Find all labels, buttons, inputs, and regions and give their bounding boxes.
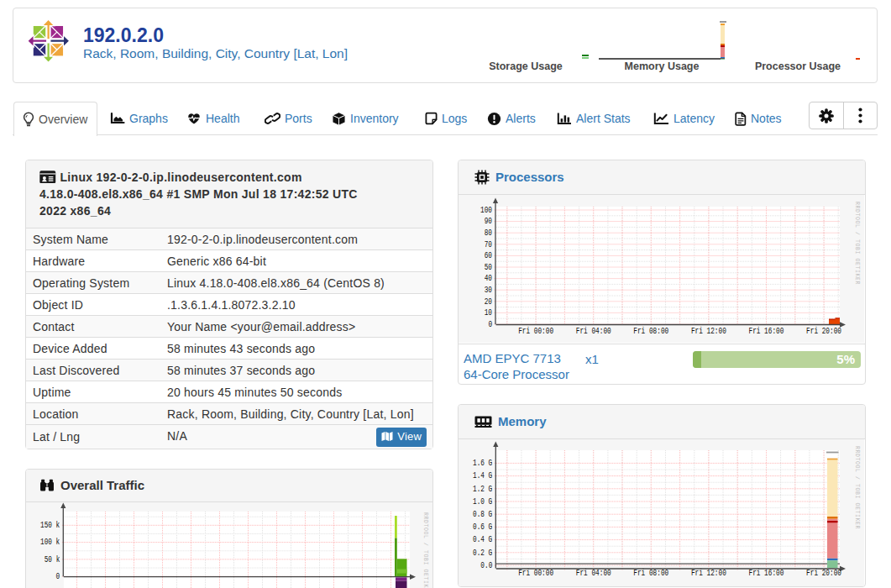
svg-text:RRDTOOL / TOBI OETIKER: RRDTOOL / TOBI OETIKER: [854, 446, 860, 529]
svg-text:Fri 16:00: Fri 16:00: [749, 568, 784, 578]
svg-text:100: 100: [480, 204, 492, 214]
svg-text:60: 60: [485, 250, 492, 260]
svg-text:Fri 20:00: Fri 20:00: [806, 568, 841, 578]
svg-text:Fri 12:00: Fri 12:00: [691, 325, 726, 335]
svg-text:RRDTOOL / TOBI OETIKER: RRDTOOL / TOBI OETIKER: [422, 512, 428, 588]
svg-text:150 k: 150 k: [40, 520, 60, 530]
svg-text:Fri 00:00: Fri 00:00: [518, 325, 553, 335]
svg-text:RRDTOOL / TOBI OETIKER: RRDTOOL / TOBI OETIKER: [854, 202, 860, 285]
svg-text:20: 20: [485, 296, 492, 306]
svg-text:Fri 04:00: Fri 04:00: [576, 325, 611, 335]
svg-text:1.0 G: 1.0 G: [473, 496, 492, 506]
svg-text:0.4 G: 0.4 G: [473, 534, 492, 544]
svg-text:50 k: 50 k: [45, 554, 60, 564]
svg-text:Fri 20:00: Fri 20:00: [806, 325, 841, 335]
svg-text:50: 50: [485, 261, 492, 271]
svg-text:Fri 04:00: Fri 04:00: [576, 568, 611, 578]
svg-text:Fri 08:00: Fri 08:00: [633, 325, 668, 335]
svg-text:Fri 00:00: Fri 00:00: [518, 568, 553, 578]
svg-text:Fri 08:00: Fri 08:00: [633, 568, 668, 578]
svg-text:90: 90: [485, 216, 492, 226]
svg-text:40: 40: [485, 273, 492, 283]
svg-text:0.0: 0.0: [480, 559, 492, 570]
svg-text:10: 10: [485, 307, 492, 318]
svg-text:Fri 12:00: Fri 12:00: [691, 568, 726, 578]
svg-text:30: 30: [485, 285, 492, 295]
svg-text:1.6 G: 1.6 G: [473, 458, 492, 468]
svg-text:1.2 G: 1.2 G: [473, 483, 492, 493]
svg-text:0.6 G: 0.6 G: [473, 522, 492, 532]
svg-text:0.2 G: 0.2 G: [473, 547, 492, 557]
svg-text:100 k: 100 k: [40, 537, 60, 547]
svg-text:80: 80: [485, 228, 492, 238]
svg-text:1.4 G: 1.4 G: [473, 470, 492, 480]
svg-text:0: 0: [488, 318, 492, 328]
svg-text:Fri 16:00: Fri 16:00: [749, 325, 784, 335]
svg-text:70: 70: [485, 239, 492, 249]
svg-text:0.8 G: 0.8 G: [473, 509, 492, 519]
svg-text:0: 0: [56, 571, 60, 581]
